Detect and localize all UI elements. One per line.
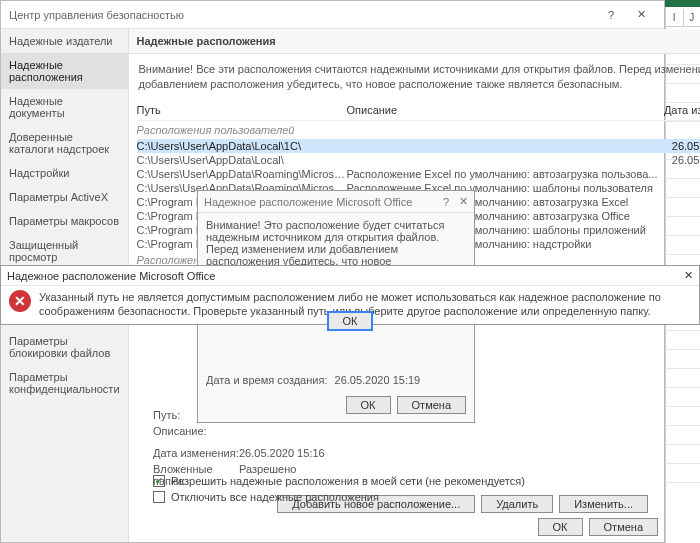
dialog-close-button[interactable]: ✕ [459, 195, 468, 208]
dialog-title: Надежное расположение Microsoft Office [204, 196, 412, 208]
error-alert-dialog: Надежное расположение Microsoft Office ✕… [0, 265, 700, 325]
col-path[interactable]: Путь [137, 104, 347, 116]
ok-button[interactable]: ОК [538, 518, 583, 536]
sidebar-item[interactable]: Защищенный просмотр [1, 233, 128, 269]
sidebar-item[interactable]: Доверенные каталоги надстроек [1, 125, 128, 161]
list-group-user: Расположения пользователей [137, 121, 700, 139]
section-warning: Внимание! Все эти расположения считаются… [129, 54, 700, 100]
dialog-cancel-button[interactable]: Отмена [397, 396, 466, 414]
col-header[interactable]: I [665, 9, 683, 26]
alert-close-button[interactable]: ✕ [684, 269, 693, 282]
col-header[interactable]: J [683, 9, 701, 26]
table-row[interactable]: C:\Users\User\AppData\Local\ 26.05.2020 … [137, 153, 700, 167]
table-row[interactable]: C:\Users\User\AppData\Local\1C\ 26.05.20… [137, 139, 700, 153]
col-desc[interactable]: Описание [347, 104, 658, 116]
dialog-ok-button[interactable]: ОК [346, 396, 391, 414]
title-bar: Центр управления безопасностью ? ✕ [1, 1, 664, 29]
window-footer: ОК Отмена [538, 518, 658, 536]
sidebar-item[interactable]: Надежные документы [1, 89, 128, 125]
alert-ok-button[interactable]: ОК [328, 312, 373, 330]
created-date-label: Дата и время создания: [206, 374, 327, 386]
created-date-value: 26.05.2020 15:19 [335, 374, 421, 386]
list-header[interactable]: Путь Описание Дата изменения▼ [137, 100, 700, 121]
disable-all-checkbox[interactable] [153, 491, 165, 503]
alert-title: Надежное расположение Microsoft Office [7, 270, 215, 282]
allow-network-label: Разрешить надежные расположения в моей с… [171, 475, 525, 487]
error-icon: ✕ [9, 290, 31, 312]
help-button[interactable]: ? [596, 9, 626, 21]
sidebar-item[interactable]: Параметры макросов [1, 209, 128, 233]
dialog-help-button[interactable]: ? [443, 196, 449, 208]
col-date[interactable]: Дата изменения▼ [657, 104, 700, 116]
sidebar-item[interactable]: Параметры ActiveX [1, 185, 128, 209]
window-title: Центр управления безопасностью [9, 9, 184, 21]
section-header: Надежные расположения [129, 29, 700, 54]
cancel-button[interactable]: Отмена [589, 518, 658, 536]
close-button[interactable]: ✕ [626, 8, 656, 21]
allow-network-checkbox[interactable]: ✔ [153, 475, 165, 487]
table-row[interactable]: C:\Users\User\AppData\Roaming\Microsoft\… [137, 167, 700, 181]
sidebar-item-trusted-locations[interactable]: Надежные расположения [1, 53, 128, 89]
sidebar-item[interactable]: Надежные издатели [1, 29, 128, 53]
disable-all-label: Отключить все надежные расположения [171, 491, 379, 503]
sidebar-item[interactable]: Параметры блокировки файлов [1, 329, 128, 365]
options-checks: ✔ Разрешить надежные расположения в моей… [143, 470, 658, 508]
sidebar-item[interactable]: Надстройки [1, 161, 128, 185]
sidebar-item[interactable]: Параметры конфиденциальности [1, 365, 128, 401]
